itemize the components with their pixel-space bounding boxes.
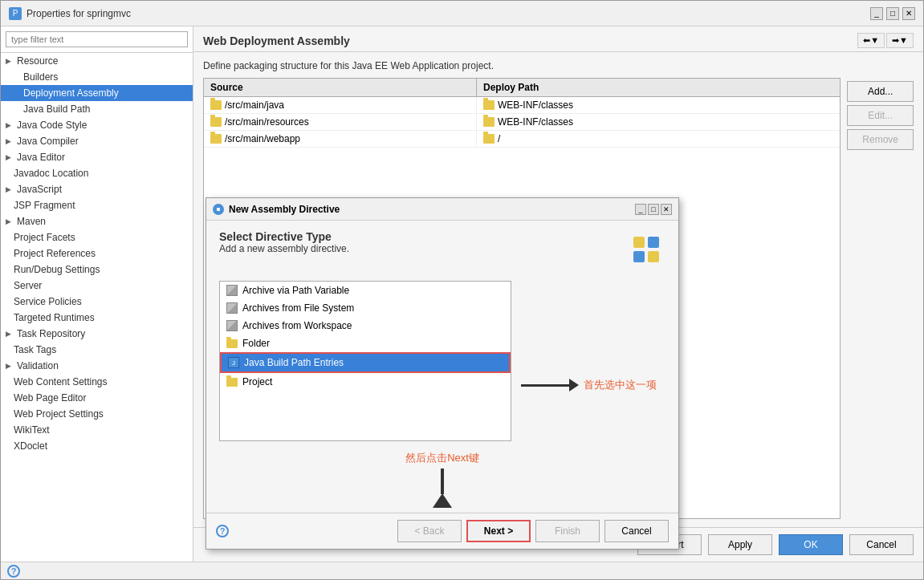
- next-button[interactable]: Next >: [466, 520, 531, 542]
- next-annotation: 然后点击Next键: [219, 451, 666, 508]
- dialog-footer: ? < Back Next > Finish Cancel: [206, 513, 678, 549]
- dialog-maximize-button[interactable]: □: [648, 204, 659, 215]
- svg-rect-2: [633, 237, 645, 248]
- select-annotation: 首先选中这一项: [521, 378, 657, 392]
- java-build-path-icon: J: [228, 357, 239, 368]
- dialog-app-icon: [213, 204, 224, 215]
- directive-label: Folder: [242, 338, 270, 349]
- dialog-help-button[interactable]: ?: [216, 525, 229, 537]
- directive-label: Project: [242, 376, 272, 387]
- directive-item-project[interactable]: Project: [220, 373, 511, 391]
- directive-label: Archive via Path Variable: [242, 285, 349, 296]
- svg-rect-1: [217, 208, 220, 211]
- finish-button[interactable]: Finish: [535, 520, 600, 542]
- dialog-controls: _ □ ✕: [635, 204, 672, 215]
- archive-icon: [226, 285, 238, 296]
- dialog-minimize-button[interactable]: _: [635, 204, 646, 215]
- annotation-select-text: 首先选中这一项: [584, 378, 657, 392]
- folder-icon: [226, 339, 238, 348]
- back-button[interactable]: < Back: [397, 520, 462, 542]
- directive-item-archive-file-sys[interactable]: Archives from File System: [220, 299, 511, 317]
- modal-overlay: New Assembly Directive _ □ ✕ Select Dire…: [1, 1, 923, 579]
- dialog-body: Select Directive Type Add a new assembly…: [206, 221, 678, 281]
- dialog-title-bar: New Assembly Directive _ □ ✕: [206, 198, 678, 221]
- directive-label: Java Build Path Entries: [244, 357, 344, 368]
- folder-icon: [226, 378, 238, 387]
- directive-item-archive-workspace[interactable]: Archives from Workspace: [220, 317, 511, 335]
- next-annotation-area: 然后点击Next键: [206, 451, 678, 513]
- dialog-description: Add a new assembly directive.: [219, 243, 349, 254]
- archive-icon: [226, 320, 238, 331]
- archive-icon: [226, 302, 238, 314]
- dialog-cancel-button[interactable]: Cancel: [604, 520, 669, 542]
- dialog-list-area: Archive via Path Variable Archives from …: [206, 281, 678, 451]
- svg-rect-3: [648, 237, 659, 248]
- svg-rect-4: [633, 251, 645, 262]
- svg-rect-5: [648, 251, 659, 262]
- directive-item-java-build-path-entries[interactable]: J Java Build Path Entries: [220, 352, 511, 373]
- dialog-close-button[interactable]: ✕: [661, 204, 672, 215]
- up-arrow: [433, 465, 452, 508]
- annotation-next-text: 然后点击Next键: [405, 451, 479, 465]
- directive-label: Archives from File System: [242, 302, 354, 314]
- dialog-heading: Select Directive Type: [219, 230, 349, 243]
- dialog-title-left: New Assembly Directive: [213, 204, 340, 215]
- new-assembly-directive-dialog: New Assembly Directive _ □ ✕ Select Dire…: [206, 197, 679, 550]
- dialog-footer-buttons: < Back Next > Finish Cancel: [397, 520, 669, 542]
- directive-item-folder[interactable]: Folder: [220, 335, 511, 352]
- dialog-title: New Assembly Directive: [229, 204, 340, 215]
- directive-label: Archives from Workspace: [242, 320, 352, 331]
- directive-type-list[interactable]: Archive via Path Variable Archives from …: [219, 281, 511, 441]
- main-window: P Properties for springmvc _ □ ✕ ▶ Resou…: [0, 0, 924, 580]
- dialog-graphic: [627, 230, 666, 271]
- directive-item-archive-path-var[interactable]: Archive via Path Variable: [220, 282, 511, 299]
